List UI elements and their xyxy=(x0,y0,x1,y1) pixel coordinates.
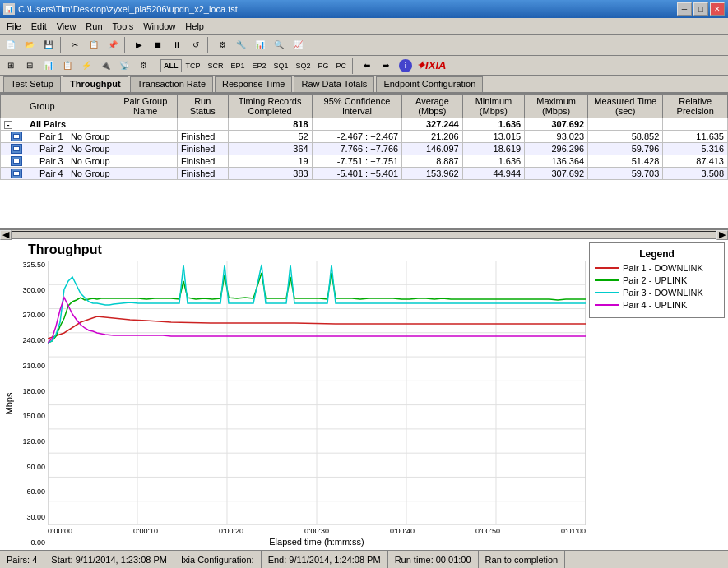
tb2-btn-2[interactable]: ⊟ xyxy=(21,57,39,75)
table-row[interactable]: Pair 4 No Group Finished 383 -5.401 : +5… xyxy=(1,168,728,180)
cell-pair-group xyxy=(114,131,177,143)
legend-item-pair4: Pair 4 - UPLINK xyxy=(595,300,719,310)
cell-maximum: 307.692 xyxy=(525,168,588,180)
th-icon xyxy=(1,95,26,118)
y-tick: 240.00 xyxy=(15,336,45,344)
run-button[interactable]: ▶ xyxy=(130,36,148,54)
x-tick: 0:01:00 xyxy=(561,527,586,535)
tb2-extra-2[interactable]: ➡ xyxy=(377,57,395,75)
x-tick: 0:00:10 xyxy=(133,527,158,535)
proto-pg[interactable]: PG xyxy=(315,59,332,72)
scroll-track[interactable] xyxy=(12,231,716,239)
tb-btn-2[interactable]: 🔧 xyxy=(232,36,250,54)
y-tick: 0.00 xyxy=(15,538,45,547)
minimize-button[interactable]: ─ xyxy=(677,2,692,16)
x-tick: 0:00:00 xyxy=(48,527,72,535)
tb2-btn-7[interactable]: 📡 xyxy=(115,57,133,75)
throughput-chart: Throughput Mbps 325.50 300.00 270.00 240… xyxy=(3,242,586,547)
proto-pc[interactable]: PC xyxy=(333,59,350,72)
proto-ep2[interactable]: EP2 xyxy=(249,59,270,72)
proto-ep1[interactable]: EP1 xyxy=(228,59,248,72)
tb2-btn-1[interactable]: ⊞ xyxy=(2,57,20,75)
menu-view[interactable]: View xyxy=(52,21,81,32)
tab-bar: Test Setup Throughput Transaction Rate R… xyxy=(0,76,728,94)
y-tick: 60.00 xyxy=(15,487,45,496)
th-minimum: Minimum (Mbps) xyxy=(462,95,524,118)
save-button[interactable]: 💾 xyxy=(39,36,58,54)
legend-label-pair1: Pair 1 - DOWNLINK xyxy=(623,263,703,273)
tb-btn-3[interactable]: 📊 xyxy=(251,36,269,54)
window-controls[interactable]: ─ □ ✕ xyxy=(677,2,725,16)
paste-button[interactable]: 📌 xyxy=(104,36,122,54)
tab-response-time[interactable]: Response Time xyxy=(215,76,292,92)
cell-icon xyxy=(1,131,26,143)
horizontal-scrollbar[interactable]: ◀ ▶ xyxy=(0,229,728,239)
pause-button[interactable]: ⏸ xyxy=(168,36,186,54)
menu-window[interactable]: Window xyxy=(138,21,180,32)
tb2-btn-6[interactable]: 🔌 xyxy=(96,57,114,75)
tb-btn-4[interactable]: 🔍 xyxy=(270,36,288,54)
proto-tcp[interactable]: TCP xyxy=(183,59,204,72)
all-protocols-button[interactable]: ALL xyxy=(160,59,182,72)
table-row[interactable]: Pair 1 No Group Finished 52 -2.467 : +2.… xyxy=(1,131,728,143)
tab-transaction-rate[interactable]: Transaction Rate xyxy=(130,76,213,92)
tab-throughput[interactable]: Throughput xyxy=(63,76,128,92)
expand-icon[interactable]: - xyxy=(4,121,12,129)
close-button[interactable]: ✕ xyxy=(710,2,725,16)
copy-button[interactable]: 📋 xyxy=(85,36,103,54)
chart-legend: Legend Pair 1 - DOWNLINK Pair 2 - UPLINK… xyxy=(589,242,725,547)
th-measured-time: Measured Time (sec) xyxy=(588,95,663,118)
menu-edit[interactable]: Edit xyxy=(26,21,52,32)
tb-btn-5[interactable]: 📈 xyxy=(289,36,307,54)
y-tick: 30.00 xyxy=(15,513,45,521)
data-table-area[interactable]: Group Pair Group Name Run Status Timing … xyxy=(0,94,728,229)
cell-icon xyxy=(1,143,26,155)
tb2-btn-5[interactable]: ⚡ xyxy=(77,57,95,75)
x-tick: 0:00:40 xyxy=(390,527,415,535)
th-run-status: Run Status xyxy=(177,95,228,118)
th-group: Group xyxy=(26,95,114,118)
menu-file[interactable]: File xyxy=(2,21,26,32)
tb2-btn-4[interactable]: 📋 xyxy=(58,57,77,75)
reset-button[interactable]: ↺ xyxy=(187,36,205,54)
info-icon[interactable]: i xyxy=(399,59,412,72)
x-axis-label: Elapsed time (h:mm:ss) xyxy=(48,537,586,547)
cell-confidence: -5.401 : +5.401 xyxy=(312,168,401,180)
y-tick: 270.00 xyxy=(15,311,45,319)
tab-raw-data-totals[interactable]: Raw Data Totals xyxy=(294,76,374,92)
table-row[interactable]: - All Pairs 818 327.244 1.636 307.692 xyxy=(1,118,728,131)
th-pair-group-name: Pair Group Name xyxy=(114,95,177,118)
scroll-right-button[interactable]: ▶ xyxy=(716,230,728,240)
legend-title: Legend xyxy=(595,248,719,260)
proto-scr[interactable]: SCR xyxy=(205,59,227,72)
cut-button[interactable]: ✂ xyxy=(66,36,84,54)
open-button[interactable]: 📂 xyxy=(21,36,39,54)
scroll-left-button[interactable]: ◀ xyxy=(0,230,12,240)
tb2-btn-3[interactable]: 📊 xyxy=(39,57,58,75)
ixia-logo: ✦IXIA xyxy=(416,59,446,72)
tb2-btn-8[interactable]: ⚙ xyxy=(134,57,152,75)
cell-status: Finished xyxy=(177,168,228,180)
table-row[interactable]: Pair 3 No Group Finished 19 -7.751 : +7.… xyxy=(1,155,728,168)
menu-help[interactable]: Help xyxy=(180,21,209,32)
cell-pair-group xyxy=(114,168,177,180)
cell-minimum: 13.015 xyxy=(462,131,524,143)
tab-test-setup[interactable]: Test Setup xyxy=(3,76,61,92)
y-tick: 210.00 xyxy=(15,362,45,370)
menu-run[interactable]: Run xyxy=(81,21,107,32)
cell-status: Finished xyxy=(177,155,228,168)
cell-maximum: 307.692 xyxy=(525,118,588,131)
proto-sq2[interactable]: SQ2 xyxy=(293,59,314,72)
menu-tools[interactable]: Tools xyxy=(108,21,139,32)
cell-precision: 5.316 xyxy=(663,143,728,155)
stop-button[interactable]: ⏹ xyxy=(149,36,167,54)
tb2-extra-1[interactable]: ⬅ xyxy=(358,57,376,75)
table-row[interactable]: Pair 2 No Group Finished 364 -7.766 : +7… xyxy=(1,143,728,155)
legend-item-pair3: Pair 3 - DOWNLINK xyxy=(595,288,719,298)
cell-timing: 52 xyxy=(228,131,312,143)
tab-endpoint-config[interactable]: Endpoint Configuration xyxy=(376,76,483,92)
new-button[interactable]: 📄 xyxy=(2,36,20,54)
maximize-button[interactable]: □ xyxy=(693,2,708,16)
tb-btn-1[interactable]: ⚙ xyxy=(213,36,231,54)
proto-sq1[interactable]: SQ1 xyxy=(271,59,292,72)
